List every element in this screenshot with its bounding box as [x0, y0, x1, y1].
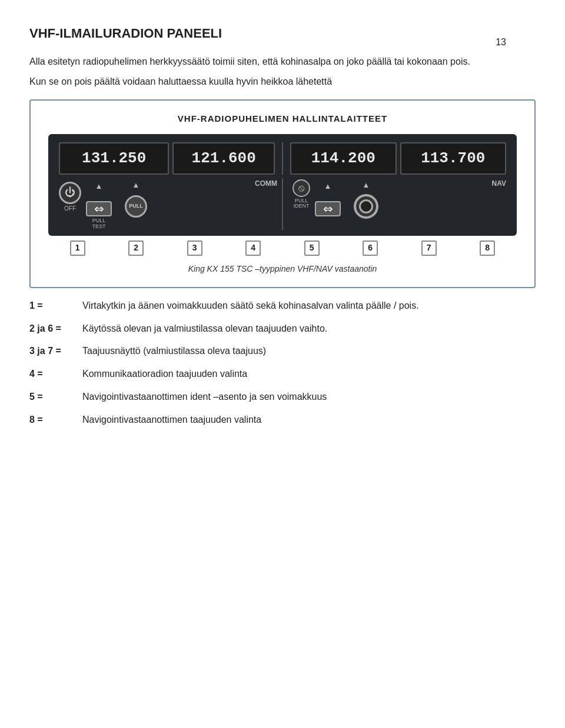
comm-freq1-display: 131.250: [59, 142, 169, 175]
comm-controls: ⏻ OFF ▲ ⇔ PULLTEST: [59, 178, 277, 230]
intro-text-1: Alla esitetyn radiopuhelimen herkkyyssää…: [29, 55, 536, 69]
num-box-4: 4: [245, 241, 261, 256]
num-box-8: 8: [480, 241, 495, 256]
nav-knob[interactable]: [354, 194, 378, 219]
nav-freq2-display: 113.700: [400, 142, 507, 175]
num-item-1: 1: [48, 241, 107, 256]
pull-comm-knob[interactable]: PULL: [125, 195, 147, 218]
swap-arrows-icon: ⇔: [94, 200, 104, 218]
desc-item-2: 2 ja 6 = Käytössä olevan ja valmiustilas…: [29, 322, 536, 336]
diagram-caption: King KX 155 TSC –tyyppinen VHF/NAV vasta…: [48, 263, 517, 275]
nav-label-text: NAV: [492, 178, 506, 189]
nav-knob-inner: [359, 199, 373, 213]
pull-test-label: PULLTEST: [92, 218, 105, 230]
number-labels-row: 1 2 3 4 5 6 7 8: [48, 241, 517, 256]
ctrl-swap-nav: ▲ ⇔: [315, 181, 341, 217]
desc-key-4: 4 =: [29, 367, 82, 382]
desc-val-2: Käytössä olevan ja valmiustilassa olevan…: [82, 322, 536, 336]
page-number: 13: [496, 35, 506, 49]
num-item-3: 3: [165, 241, 224, 256]
comm-label-text: COMM: [255, 178, 277, 189]
desc-val-6: Navigointivastaanottimen taajuuden valin…: [82, 413, 536, 428]
power-label: OFF: [64, 205, 76, 212]
intro-text-2: Kun se on pois päältä voidaan haluttaess…: [29, 75, 536, 89]
desc-item-5: 5 = Navigointivastaanottimen ident –asen…: [29, 390, 536, 405]
ident-icon-wrap: ⦸: [293, 179, 310, 197]
panel-vert-divider: [282, 142, 283, 175]
swap-comm-btn[interactable]: ⇔: [86, 201, 112, 216]
diagram-container: VHF-RADIOPUHELIMEN HALLINTALAITTEET 131.…: [29, 99, 536, 288]
ctrl-power: ⏻ OFF: [59, 178, 81, 212]
comm-section-label: COMM: [255, 178, 277, 189]
ctrl-pull-comm: ▲ PULL: [125, 179, 147, 218]
desc-key-6: 8 =: [29, 413, 82, 428]
controls-row: ⏻ OFF ▲ ⇔ PULLTEST: [59, 178, 506, 230]
nav-controls: ⦸ PULLIDENT ▲ ⇔ ▲: [288, 178, 506, 219]
num-box-1: 1: [70, 241, 85, 256]
radio-panel: 131.250 121.600 114.200 113.700: [48, 134, 517, 236]
power-icon: ⏻: [65, 185, 75, 201]
desc-item-1: 1 = Virtakytkin ja äänen voimakkuuden sä…: [29, 299, 536, 313]
power-knob[interactable]: ⏻: [59, 182, 81, 204]
nav-freq1-display: 114.200: [290, 142, 397, 175]
num-item-2: 2: [107, 241, 166, 256]
desc-val-5: Navigointivastaanottimen ident –asento j…: [82, 390, 536, 405]
num-box-3: 3: [187, 241, 202, 256]
comm-freq2-arrow-up: ▲: [132, 179, 140, 191]
desc-item-6: 8 = Navigointivastaanottimen taajuuden v…: [29, 413, 536, 428]
freq-displays-row: 131.250 121.600 114.200 113.700: [59, 142, 506, 175]
pull-ident-label: PULLIDENT: [294, 198, 310, 210]
ctrl-pull-ident: ⦸ PULLIDENT: [293, 179, 310, 210]
num-box-2: 2: [128, 241, 144, 256]
desc-val-4: Kommunikaatioradion taajuuden valinta: [82, 367, 536, 382]
num-item-5: 5: [282, 241, 341, 256]
pull-comm-label: PULL: [129, 202, 143, 211]
desc-val-3: Taajuusnäyttö (valmiustilassa oleva taaj…: [82, 344, 536, 359]
desc-key-3: 3 ja 7 =: [29, 344, 82, 359]
num-box-6: 6: [363, 241, 378, 256]
num-item-4: 4: [224, 241, 283, 256]
desc-key-2: 2 ja 6 =: [29, 322, 82, 336]
page-title: VHF-ILMAILURADION PANEELI: [29, 24, 536, 43]
ctrl-nav-knob: ▲: [354, 179, 378, 219]
ctrl-swap-comm: ▲ ⇔ PULLTEST: [86, 181, 112, 230]
num-item-6: 6: [341, 241, 400, 256]
num-item-8: 8: [458, 241, 517, 256]
num-item-7: 7: [400, 241, 458, 256]
nav-freq2-arrow-up: ▲: [363, 179, 370, 191]
comm-freq-displays: 131.250 121.600: [59, 142, 275, 175]
swap-nav-btn[interactable]: ⇔: [315, 201, 341, 216]
nav-freq1-arrow-up: ▲: [324, 181, 332, 192]
desc-key-1: 1 =: [29, 299, 82, 313]
swap-nav-arrows-icon: ⇔: [323, 200, 333, 218]
comm-freq1-arrow: ▲: [95, 181, 103, 192]
num-box-5: 5: [304, 241, 320, 256]
desc-val-1: Virtakytkin ja äänen voimakkuuden säätö …: [82, 299, 536, 313]
num-box-7: 7: [421, 241, 437, 256]
page-container: 13 VHF-ILMAILURADION PANEELI Alla esitet…: [29, 24, 536, 428]
mid-divider: [282, 178, 283, 230]
diagram-title: VHF-RADIOPUHELIMEN HALLINTALAITTEET: [48, 112, 517, 126]
nav-section-label: NAV: [492, 178, 506, 189]
nav-freq-displays: 114.200 113.700: [290, 142, 506, 175]
comm-freq2-display: 121.600: [172, 142, 275, 175]
desc-item-4: 4 = Kommunikaatioradion taajuuden valint…: [29, 367, 536, 382]
description-list: 1 = Virtakytkin ja äänen voimakkuuden sä…: [29, 299, 536, 428]
desc-item-3: 3 ja 7 = Taajuusnäyttö (valmiustilassa o…: [29, 344, 536, 359]
desc-key-5: 5 =: [29, 390, 82, 405]
